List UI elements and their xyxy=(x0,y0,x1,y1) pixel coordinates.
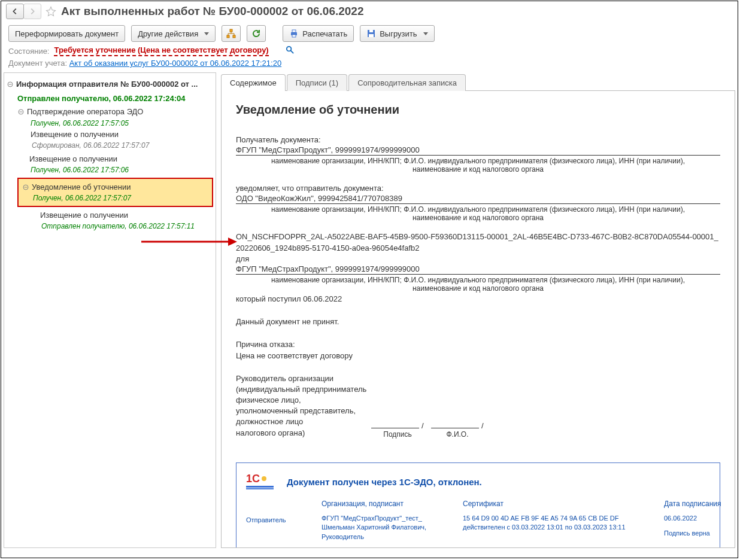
reform-document-button[interactable]: Переформировать документ xyxy=(8,25,125,42)
svg-text:1C: 1C xyxy=(246,473,260,485)
tree-status: Отправлен получателю, 06.06.2022 17:57:1… xyxy=(40,222,212,230)
head-line: Руководитель организации xyxy=(236,373,368,384)
tree-item-notice[interactable]: Извещение о получении xyxy=(29,154,212,163)
document-tree: Информация отправителя № БУ00-000002 от … xyxy=(4,72,216,548)
svg-rect-5 xyxy=(292,35,296,37)
favorite-star-icon[interactable] xyxy=(44,5,57,18)
edo-sign-valid: Подпись верна xyxy=(664,529,735,538)
document-content: Уведомление об уточнении Получатель доку… xyxy=(221,91,735,548)
svg-rect-4 xyxy=(292,30,296,32)
chevron-down-icon xyxy=(423,32,428,35)
sender-label: уведомляет, что отправитель документа: xyxy=(236,183,720,194)
head-line: должностное лицо xyxy=(236,416,368,427)
recipient-value: ФГУП "МедСтрахПродукт", 9999991974/99999… xyxy=(236,145,720,156)
page-title: Акт выполненных работ № БУ00-000002 от 0… xyxy=(61,5,364,18)
head-line: (индивидуальный предприниматель xyxy=(236,384,368,395)
1c-logo-icon: 1C xyxy=(246,471,278,492)
edo-title: Документ получен через 1С-ЭДО, отклонен. xyxy=(287,477,482,487)
caption-org: наименование организации, ИНН/КПП; Ф.И.О… xyxy=(236,205,720,222)
reason-label: Причина отказа: xyxy=(236,339,720,350)
edo-info-box: 1C Документ получен через 1С-ЭДО, отклон… xyxy=(236,462,720,548)
tree-status: Получен, 06.06.2022 17:57:06 xyxy=(29,166,212,174)
status-value: Требуется уточнение (Цена не соответству… xyxy=(54,45,268,56)
accounting-doc-label: Документ учета: xyxy=(8,59,67,68)
tabs: Содержимое Подписи (1) Сопроводительная … xyxy=(221,72,735,91)
doc-heading: Уведомление об уточнении xyxy=(236,103,720,117)
head-line: уполномоченный представитель, xyxy=(236,406,368,416)
tree-status: Получен, 06.06.2022 17:57:07 xyxy=(22,194,208,202)
head-line: физическое лицо, xyxy=(236,395,368,406)
arrived-label: который поступил 06.06.2022 xyxy=(236,294,720,305)
edo-date-value: 06.06.2022 xyxy=(664,514,735,523)
print-button[interactable]: Распечатать xyxy=(283,25,354,42)
refresh-button[interactable] xyxy=(247,25,266,42)
tab-content[interactable]: Содержимое xyxy=(221,74,286,91)
tree-sent-status: Отправлен получателю, 06.06.2022 17:24:0… xyxy=(17,92,213,105)
edo-header-cert: Сертификат xyxy=(463,500,654,508)
svg-rect-8 xyxy=(369,34,374,37)
nav-forward-button[interactable] xyxy=(23,4,41,19)
svg-rect-2 xyxy=(233,35,235,38)
tab-signatures[interactable]: Подписи (1) xyxy=(287,74,347,91)
svg-rect-7 xyxy=(369,30,373,32)
rejected-text: Данный документ не принят. xyxy=(236,316,720,327)
tree-item-operator-confirm[interactable]: Подтверждение оператора ЭДО xyxy=(27,107,143,117)
hierarchy-button[interactable] xyxy=(222,25,241,42)
signature-caption: Подпись xyxy=(368,430,427,439)
svg-point-9 xyxy=(287,47,292,51)
tree-status: Сформирован, 06.06.2022 17:57:07 xyxy=(31,141,212,150)
tree-root-label[interactable]: Информация отправителя № БУ00-000002 от … xyxy=(16,80,198,90)
edo-header-date: Дата подписания xyxy=(664,500,735,508)
fio-caption: Ф.И.О. xyxy=(427,430,487,439)
collapse-icon[interactable] xyxy=(17,108,25,115)
reason-value: Цена не соответствует договору xyxy=(236,351,720,361)
tab-cover-note[interactable]: Сопроводительная записка xyxy=(348,74,466,91)
tree-status: Получен, 06.06.2022 17:57:05 xyxy=(29,119,213,127)
printer-icon xyxy=(289,29,299,38)
head-line: налогового органа) xyxy=(236,428,368,439)
svg-line-10 xyxy=(290,50,293,53)
recipient-label: Получатель документа: xyxy=(236,135,720,145)
collapse-icon[interactable] xyxy=(22,184,29,191)
svg-rect-0 xyxy=(230,29,232,32)
search-icon[interactable] xyxy=(286,45,295,56)
collapse-icon[interactable] xyxy=(7,81,14,88)
edo-org-value: ФГУП "МедСтрахПродукт"_тест_ Шмельман Ха… xyxy=(322,514,453,541)
chevron-down-icon xyxy=(204,32,209,35)
sender-value: ОДО "ВидеоКожЖил", 9999425841/770708389 xyxy=(236,194,720,204)
caption-org: наименование организации, ИНН/КПП; Ф.И.О… xyxy=(236,276,720,293)
svg-rect-1 xyxy=(227,35,229,38)
svg-rect-20 xyxy=(246,488,274,489)
for-label: для xyxy=(236,254,720,264)
other-actions-button[interactable]: Другие действия xyxy=(131,25,216,42)
edo-header-org: Организация, подписант xyxy=(322,500,453,508)
svg-point-18 xyxy=(262,476,266,481)
tree-item-notice[interactable]: Извещение о получении xyxy=(40,211,212,220)
edo-role: Отправитель xyxy=(246,516,312,525)
status-label: Состояние: xyxy=(8,47,49,56)
file-id: ON_NSCHFDOPPR_2AL-A5022ABE-BAF5-45B9-950… xyxy=(236,232,720,253)
floppy-icon xyxy=(366,29,376,38)
nav-back-button[interactable] xyxy=(6,4,24,19)
edo-cert-value: 15 64 D9 00 4D AE FB 9F 4E A5 74 9A 65 C… xyxy=(463,514,654,532)
export-button[interactable]: Выгрузить xyxy=(360,25,434,42)
caption-org: наименование организации, ИНН/КПП; Ф.И.О… xyxy=(236,157,720,174)
for-whom-value: ФГУП "МедСтрахПродукт", 9999991974/99999… xyxy=(236,264,720,275)
svg-rect-19 xyxy=(246,486,274,488)
tree-item-clarify-selected[interactable]: Уведомление об уточнении Получен, 06.06.… xyxy=(17,178,213,207)
accounting-doc-link[interactable]: Акт об оказании услуг БУ00-000002 от 06.… xyxy=(69,59,282,68)
tree-item-notice[interactable]: Извещение о получении xyxy=(31,130,212,139)
